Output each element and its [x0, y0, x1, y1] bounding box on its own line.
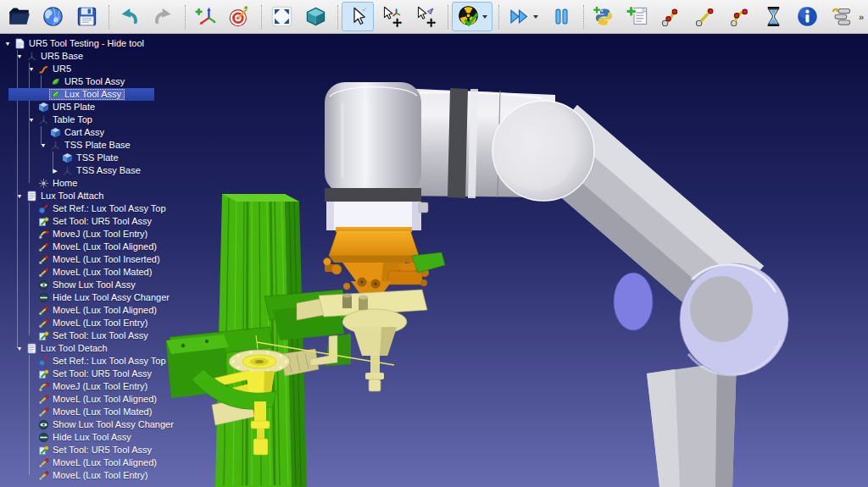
expand-open-icon[interactable]: ▼: [14, 190, 25, 202]
tree-item-content: MoveJ (Lux Tool Entry): [37, 229, 151, 240]
expand-open-icon[interactable]: ▼: [14, 342, 25, 355]
info-button[interactable]: [791, 2, 823, 31]
redo-button[interactable]: [147, 2, 179, 31]
open-folder-button[interactable]: [3, 2, 35, 31]
settool-icon: [38, 445, 49, 456]
tree-item-tss-plate[interactable]: TSS Plate: [0, 152, 122, 164]
movel-icon: [38, 318, 49, 329]
tree-item-table-top[interactable]: ▼Table Top: [0, 113, 96, 126]
movel-icon: [38, 305, 49, 316]
expand-open-icon[interactable]: ▼: [2, 37, 14, 50]
tree-item-home[interactable]: Home: [0, 177, 81, 190]
set-target-button[interactable]: [223, 2, 255, 31]
expand-open-icon[interactable]: ▼: [37, 139, 49, 152]
dropdown-caret-icon[interactable]: [482, 15, 487, 19]
dragger-mode-button[interactable]: [409, 2, 442, 31]
cube-icon: [50, 127, 61, 138]
tree-item-tss-plate-base[interactable]: ▼TSS Plate Base: [0, 139, 134, 152]
tree-item-set-ref-lux-tool-assy-top[interactable]: Set Ref.: Lux Tool Assy Top: [0, 202, 170, 215]
tree-item-movel-lux-tool-entry[interactable]: MoveL (Lux Tool Entry): [0, 317, 152, 329]
tree-item-set-ref-lux-tool-assy-top[interactable]: Set Ref.: Lux Tool Assy Top: [0, 355, 170, 368]
expand-closed-icon[interactable]: ▶: [49, 164, 61, 177]
target-icon: [228, 5, 251, 28]
tree-item-lux-tool-assy[interactable]: Lux Tool Assy: [0, 88, 125, 101]
tree-item-movel-lux-tool-inserted[interactable]: MoveL (Lux Tool Inserted): [0, 253, 164, 266]
tree-item-movel-lux-tool-aligned[interactable]: MoveL (Lux Tool Aligned): [0, 393, 160, 406]
tree-guide-line: [29, 355, 30, 475]
new-macro-button[interactable]: [621, 2, 654, 31]
fit-all-button[interactable]: [265, 2, 298, 31]
tree-item-content: MoveL (Lux Tool Aligned): [37, 394, 160, 405]
tree-item-movel-lux-tool-aligned[interactable]: MoveL (Lux Tool Aligned): [0, 241, 160, 253]
tree-item-lux-tool-attach[interactable]: ▼Lux Tool Attach: [0, 190, 107, 202]
info-icon: [796, 5, 819, 28]
tree-item-label: Hide Lux Tool Assy: [53, 432, 131, 443]
tree-item-content: TSS Assy Base: [61, 165, 144, 176]
expand-open-icon[interactable]: ▼: [25, 113, 37, 126]
cube-icon: [38, 102, 49, 113]
move2-icon: [694, 5, 717, 28]
save-icon: [75, 5, 98, 28]
tree-item-set-tool-ur5-tool-assy[interactable]: Set Tool: UR5 Tool Assy: [0, 215, 155, 228]
tree-item-ur5-plate[interactable]: UR5 Plate: [0, 101, 98, 113]
insert-wait-button[interactable]: [757, 2, 789, 31]
new-placement-button[interactable]: [189, 2, 221, 31]
expand-open-icon[interactable]: ▼: [14, 50, 25, 63]
tree-item-movel-lux-tool-mated[interactable]: MoveL (Lux Tool Mated): [0, 266, 155, 279]
tree-item-hide-lux-tool-assy-changer[interactable]: Hide Lux Tool Assy Changer: [0, 291, 173, 304]
tree-item-ur5-base[interactable]: ▼UR5 Base: [0, 50, 86, 63]
tree-item-ur5-tool-assy[interactable]: UR5 Tool Assy: [0, 75, 128, 88]
elbow-side-cap[interactable]: [614, 273, 653, 330]
save-button[interactable]: [70, 2, 103, 31]
pause-button[interactable]: [545, 2, 577, 31]
tree-item-show-lux-tool-assy-changer[interactable]: Show Lux Tool Assy Changer: [0, 418, 177, 431]
isometric-view-button[interactable]: [299, 2, 331, 31]
undo-button[interactable]: [113, 2, 145, 31]
wrist-link[interactable]: [325, 82, 428, 230]
open-web-button[interactable]: [36, 2, 69, 31]
tree-item-set-tool-ur5-tool-assy[interactable]: Set Tool: UR5 Tool Assy: [0, 444, 155, 457]
tree-item-movel-lux-tool-entry[interactable]: MoveL (Lux Tool Entry): [0, 469, 152, 482]
move1-icon: [660, 5, 683, 28]
tree-item-movej-lux-tool-entry[interactable]: MoveJ (Lux Tool Entry): [0, 380, 151, 393]
transform-mode-button[interactable]: [376, 2, 408, 31]
tree-item-show-lux-tool-assy[interactable]: Show Lux Tool Assy: [0, 279, 139, 291]
elbow-joint[interactable]: [680, 263, 788, 375]
tree-item-movej-lux-tool-entry[interactable]: MoveJ (Lux Tool Entry): [0, 228, 151, 241]
tree-item-label: Set Ref.: Lux Tool Assy Top: [53, 356, 166, 367]
dropdown-caret-icon[interactable]: [533, 15, 538, 19]
axis-icon: [26, 51, 37, 62]
toolbar-overflow-chevron[interactable]: »: [859, 12, 863, 22]
tree-item-label: MoveJ (Lux Tool Entry): [53, 381, 147, 392]
tree-item-set-tool-lux-tool-assy[interactable]: Set Tool: Lux Tool Assy: [0, 329, 152, 342]
select-mode-button[interactable]: [342, 2, 374, 31]
tree-item-label: MoveL (Lux Tool Aligned): [53, 394, 157, 405]
cursoraxes-icon: [381, 5, 403, 28]
insert-move-linear-button[interactable]: [689, 2, 721, 31]
expand-open-icon[interactable]: ▼: [25, 63, 37, 75]
tree-guide-line: [29, 202, 30, 335]
tree-item-ur5-tool-testing-hide-tool[interactable]: ▼UR5 Tool Testing - Hide tool: [0, 37, 147, 50]
tree-item-label: MoveL (Lux Tool Entry): [53, 318, 148, 329]
tree-item-tss-assy-base[interactable]: ▶TSS Assy Base: [0, 164, 144, 177]
tree-item-ur5[interactable]: ▼UR5: [0, 63, 75, 75]
tree-item-set-tool-ur5-tool-assy[interactable]: Set Tool: UR5 Tool Assy: [0, 368, 155, 380]
tree-item-content: UR5: [37, 64, 75, 75]
tree-item-content: Home: [37, 178, 81, 189]
new-python-command-button[interactable]: [587, 2, 620, 31]
tree-item-hide-lux-tool-assy[interactable]: Hide Lux Tool Assy: [0, 431, 135, 444]
tree-item-label: Hide Lux Tool Assy Changer: [53, 292, 170, 303]
cmdlist-icon: [830, 5, 853, 28]
insert-move-joint-button[interactable]: [723, 2, 755, 31]
insert-move-curve-button[interactable]: [655, 2, 687, 31]
tree-item-label: TSS Plate Base: [64, 140, 131, 151]
tree-item-label: Show Lux Tool Assy: [53, 279, 136, 291]
tree-item-movel-lux-tool-aligned[interactable]: MoveL (Lux Tool Aligned): [0, 304, 160, 317]
movel-icon: [38, 254, 49, 265]
tree-item-movel-lux-tool-aligned[interactable]: MoveL (Lux Tool Aligned): [0, 457, 160, 469]
tree-item-movel-lux-tool-mated[interactable]: MoveL (Lux Tool Mated): [0, 406, 155, 418]
command-list-button[interactable]: [825, 2, 857, 31]
tree-item-label: MoveL (Lux Tool Mated): [53, 407, 152, 418]
play-forward-button[interactable]: [503, 2, 543, 31]
simulate-button[interactable]: [452, 2, 492, 31]
